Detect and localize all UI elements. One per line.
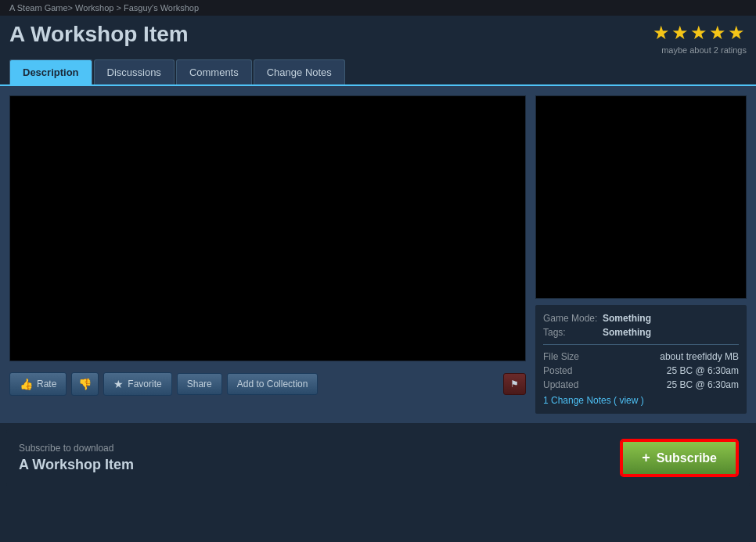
updated-row: Updated 25 BC @ 6:30am [543, 379, 739, 390]
page-title: A Workshop Item [9, 22, 189, 47]
rating-count: maybe about 2 ratings [653, 45, 747, 55]
tags-label: Tags: [543, 327, 598, 338]
tab-comments[interactable]: Comments [176, 59, 252, 84]
subscribe-section: Subscribe to download A Workshop Item + … [6, 429, 750, 486]
tab-description[interactable]: Description [9, 59, 92, 84]
subscribe-title: A Workshop Item [19, 457, 134, 473]
main-content: 👍 Rate 👎 ★ Favorite Share Add to Collect… [0, 86, 756, 423]
posted-label: Posted [543, 365, 598, 376]
thumbup-icon: 👍 [20, 378, 33, 390]
dislike-button[interactable]: 👎 [71, 372, 99, 396]
thumbdown-icon: 👎 [78, 378, 92, 390]
change-notes-view-link[interactable]: ( view ) [614, 395, 644, 406]
page-header: A Workshop Item ★★★★★ maybe about 2 rati… [0, 16, 756, 59]
change-notes-row: 1 Change Notes ( view ) [543, 395, 739, 406]
subscribe-info: Subscribe to download A Workshop Item [19, 443, 134, 473]
tab-discussions[interactable]: Discussions [94, 59, 175, 84]
tab-change-notes[interactable]: Change Notes [254, 59, 345, 84]
breadcrumb: A Steam Game> Workshop > Fasguy's Worksh… [0, 0, 756, 16]
plus-icon: + [642, 450, 650, 466]
tags-value: Something [603, 327, 651, 338]
meta-divider [543, 344, 739, 345]
game-mode-row: Game Mode: Something [543, 313, 739, 324]
rating-area: ★★★★★ maybe about 2 ratings [653, 22, 747, 55]
change-notes-link[interactable]: 1 Change Notes [543, 395, 611, 406]
file-size-label: File Size [543, 351, 598, 362]
meta-section: Game Mode: Something Tags: Something Fil… [535, 305, 747, 414]
tags-row: Tags: Something [543, 327, 739, 338]
breadcrumb-part2[interactable]: Workshop [75, 3, 113, 13]
main-image [9, 95, 526, 361]
flag-icon: ⚑ [510, 379, 519, 389]
preview-image [535, 95, 747, 299]
breadcrumb-part1[interactable]: A Steam Game> [9, 3, 73, 13]
game-mode-value: Something [603, 313, 651, 324]
file-size-row: File Size about treefiddy MB [543, 351, 739, 362]
posted-value: 25 BC @ 6:30am [667, 365, 739, 376]
subscribe-label: Subscribe to download [19, 443, 134, 454]
updated-label: Updated [543, 379, 598, 390]
favorite-button[interactable]: ★ Favorite [103, 372, 171, 396]
subscribe-button-label: Subscribe [657, 451, 717, 465]
game-mode-label: Game Mode: [543, 313, 598, 324]
right-column: Game Mode: Something Tags: Something Fil… [535, 95, 747, 414]
rate-button[interactable]: 👍 Rate [9, 372, 67, 396]
star-rating[interactable]: ★★★★★ [653, 22, 747, 44]
posted-row: Posted 25 BC @ 6:30am [543, 365, 739, 376]
breadcrumb-separator: > [116, 3, 123, 13]
share-button[interactable]: Share [177, 373, 222, 395]
file-size-value: about treefiddy MB [660, 351, 739, 362]
tab-bar: Description Discussions Comments Change … [0, 59, 756, 86]
updated-value: 25 BC @ 6:30am [667, 379, 739, 390]
subscribe-button[interactable]: + Subscribe [621, 440, 737, 476]
flag-button[interactable]: ⚑ [503, 373, 526, 395]
add-to-collection-button[interactable]: Add to Collection [227, 373, 319, 395]
action-bar: 👍 Rate 👎 ★ Favorite Share Add to Collect… [9, 368, 526, 400]
breadcrumb-part3[interactable]: Fasguy's Workshop [124, 3, 199, 13]
left-column: 👍 Rate 👎 ★ Favorite Share Add to Collect… [9, 95, 526, 414]
favorite-star-icon: ★ [113, 378, 124, 390]
